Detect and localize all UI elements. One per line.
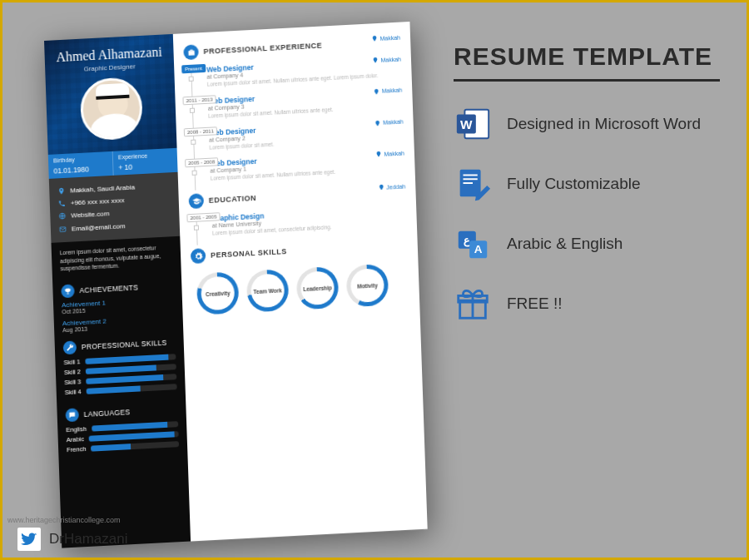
feature-row: FREE !! [454,285,720,323]
gear-icon [191,248,206,264]
trophy-icon [61,285,75,299]
promo-underline [454,79,720,82]
edit-icon [454,165,492,203]
experience-value: + 10 [118,161,172,171]
twitter-handle[interactable]: DrHamazani [17,528,127,551]
birthday-label: Birthday [53,155,107,163]
contacts: Makkah, Saudi Arabia +966 xxx xxx xxxx W… [49,172,180,243]
location-icon [57,187,65,195]
chat-icon [65,408,79,422]
timeline-item: 2001 - 2005 Graphic Design at Name Unive… [211,203,407,245]
location-tag: Jeddah [378,183,405,191]
experience-title: PROFESSIONAL EXPERIENCE [203,42,322,56]
gradcap-icon [189,193,205,209]
achievements-title: ACHIEVEMENTS [79,283,138,295]
svg-rect-6 [464,175,478,176]
svg-text:ع: ع [464,234,470,247]
wrench-icon [63,340,77,354]
avatar [79,77,142,141]
feature-text: Fully Customizable [507,175,641,193]
phone-icon [58,200,66,207]
twitter-username: DrHamazani [49,531,127,548]
svg-text:A: A [474,244,483,256]
skill-circle: Leadership [296,266,340,310]
lang-icon: عA [454,225,492,263]
website-icon [58,212,66,220]
skill-circle: Team Work [246,269,290,313]
email-icon [59,225,67,233]
period-badge: 2008 - 2011 [184,126,217,136]
twitter-icon [17,528,41,551]
svg-rect-8 [464,182,474,184]
period-badge: Present [181,64,206,73]
feature-row: W Designed in Microsoft Word [454,105,720,143]
experience-label: Experience [118,151,172,160]
location-tag: Makkah [371,34,400,42]
gift-icon [454,285,492,323]
bio-text: Lorem ipsum dolor sit amet, consectetur … [51,236,181,280]
feature-row: عA Arabic & English [454,225,720,263]
contact-email: Email@email.com [72,220,126,235]
birthday-value: 01.01.1980 [53,164,107,175]
resume-document: Ahmed Alhamazani Graphic Designer Birthd… [44,22,428,548]
languages-title: LANGUAGES [84,408,131,419]
personal-skills-title: PERSONAL SKILLS [211,247,287,260]
watermark-credit: www.heritagechristiancollege.com [7,516,121,524]
period-badge: 2011 - 2013 [182,95,216,105]
feature-text: FREE !! [507,295,563,313]
svg-text:W: W [460,117,473,131]
feature-text: Arabic & English [507,235,623,253]
resume-sidebar: Ahmed Alhamazani Graphic Designer Birthd… [44,34,191,548]
skill-circle: Motivity [346,264,389,308]
word-icon: W [454,105,492,143]
pro-skills-title: PROFESSIONAL SKILLS [82,339,167,351]
education-title: EDUCATION [209,194,257,205]
promo-title: RESUME TEMPLATE [454,42,720,71]
briefcase-icon [183,44,199,60]
promo-panel: RESUME TEMPLATE W Designed in Microsoft … [454,42,720,344]
feature-text: Designed in Microsoft Word [507,115,701,133]
feature-row: Fully Customizable [454,165,720,203]
resume-main: PROFESSIONAL EXPERIENCE Makkah Present W… [173,22,428,542]
svg-rect-7 [464,178,478,180]
skill-circle: Creativity [196,271,240,315]
